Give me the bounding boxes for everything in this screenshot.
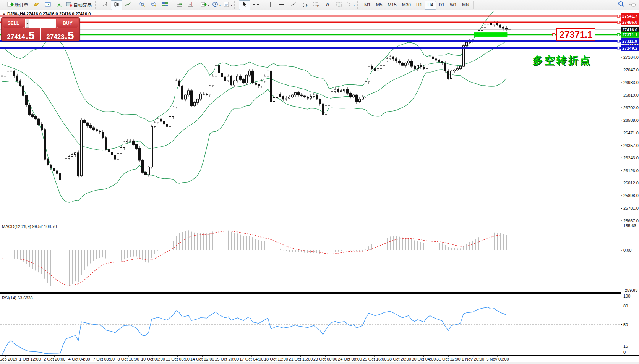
autotrading-button[interactable]: 自动交易 [65,0,94,10]
timeframe-h4-button[interactable]: H4 [425,1,436,10]
tile-windows-button[interactable] [159,0,171,10]
chart-window-icon [44,1,51,9]
indicators-button[interactable]: ▾ [199,0,211,10]
zoom-in-button[interactable] [136,0,148,10]
toolbar-gold-button[interactable] [31,0,42,10]
toolbar-grip [2,1,5,9]
timeframe-m15-button[interactable]: M15 [385,1,399,10]
timeframe-h1-button[interactable]: H1 [414,1,425,10]
time-axis-label: 14 Oct 12:00 [190,357,214,361]
time-axis-label: 23 Oct 00:00 [313,357,337,361]
zoom-out-button[interactable] [148,0,159,10]
buy-price-pips: .5 [65,31,74,40]
fibonacci-button[interactable]: F [310,0,322,10]
timeframe-label: D1 [439,2,444,8]
time-axis-label: 24 Oct 08:00 [338,357,362,361]
channel-icon: E [301,1,308,9]
dropdown-caret-icon: ▾ [353,3,355,7]
timeframe-m30-button[interactable]: M30 [399,1,414,10]
time-axis-label: 10 Oct 00:00 [141,357,165,361]
arrows-icon [346,1,353,9]
timeframe-w1-button[interactable]: W1 [447,1,459,10]
time-axis-label: 7 Oct 08:00 [93,357,115,361]
svg-text:E: E [306,5,308,8]
trendline-icon [290,1,297,9]
time-axis-label: 30 Sep 2019 [0,357,17,361]
svg-text:27541.7: 27541.7 [622,14,637,18]
templates-button[interactable]: ▾ [222,0,234,10]
crosshair-icon [253,1,259,9]
timeframe-m5-button[interactable]: M5 [373,1,385,10]
candlestick-chart-button[interactable] [111,0,122,10]
clock-icon [212,1,219,9]
tile-windows-icon [162,1,169,9]
symbol-info-bar: ▲ DJ30-,H4 27416.0 27416.0 27416.0 27416… [2,11,91,16]
crosshair-button[interactable] [250,0,262,10]
signals-button[interactable] [54,0,65,10]
new-chart-button[interactable] [42,0,54,10]
dropdown-caret-icon: ▾ [230,3,232,7]
autotrading-icon [66,1,73,9]
price-badge: 27541.7 [621,13,639,19]
bar-chart-button[interactable] [99,0,111,10]
periods-button[interactable]: ▾ [211,0,222,10]
trendline-button[interactable] [287,0,299,10]
signal-broadcast-icon [56,1,63,9]
svg-text:27249.2: 27249.2 [622,46,637,50]
time-axis-label: 28 Oct 20:00 [387,357,411,361]
buy-price[interactable]: 27423 .5 [40,28,79,40]
window-bottom-strip [0,362,639,364]
time-axis-label: 2 Oct 20:00 [44,357,65,361]
cursor-button[interactable] [239,0,250,10]
line-anchor-marker [617,21,620,23]
svg-text:26357.0: 26357.0 [623,143,639,148]
chat-button[interactable] [627,0,638,10]
svg-text:27311.9: 27311.9 [622,39,637,44]
line-chart-icon [125,1,131,9]
svg-text:15: 15 [623,344,628,348]
time-axis-label: 4 Oct 04:00 [68,357,90,361]
line-chart-button[interactable] [122,0,134,10]
symbol-ohlc-text: DJ30-,H4 27416.0 27416.0 27416.0 27416.0 [7,11,91,16]
arrows-button[interactable]: ▾ [345,0,356,10]
cursor-arrow-icon [241,1,248,9]
horizontal-line-button[interactable] [276,0,287,10]
buy-button-label: BUY [63,21,72,26]
timeframe-m1-button[interactable]: M1 [362,1,373,10]
sell-price[interactable]: 27414 .5 [2,28,40,40]
toolbar-separator [135,1,135,9]
chart-canvas[interactable]: 27509.027278.027164.027047.026933.026819… [0,0,639,364]
search-button[interactable] [615,0,627,10]
indicators-icon [200,1,207,9]
text-button[interactable]: A [322,0,333,10]
new-order-button[interactable]: 新订单 [6,0,31,10]
sell-button[interactable]: SELL [3,19,24,28]
vertical-line-button[interactable] [264,0,276,10]
price-badge: 27371.1 [621,32,639,38]
horizontal-line-icon [278,1,285,9]
time-axis-label: 18 Oct 12:00 [264,357,288,361]
equidistant-channel-button[interactable]: E [299,0,310,10]
timeframe-mn-button[interactable]: MN [459,1,472,10]
highlight-zone [474,32,507,37]
timeframe-label: M5 [376,2,383,8]
volume-input[interactable] [29,19,56,28]
gold-ingot-icon [33,1,40,9]
chart-shift-button[interactable] [185,0,196,10]
svg-text:0: 0 [623,350,626,354]
text-label-button[interactable]: T [333,0,345,10]
cn-annotation-text[interactable]: 多空转折点 [532,55,592,66]
timeframe-label: M30 [402,2,411,8]
svg-text:100: 100 [623,294,630,298]
svg-text:27047.0: 27047.0 [623,68,639,72]
svg-text:26819.0: 26819.0 [623,93,639,97]
svg-text:26012.0: 26012.0 [623,181,639,185]
price-axis[interactable] [621,11,639,362]
price-callout-box[interactable]: 27371.1 [557,29,595,40]
auto-scroll-button[interactable] [174,0,185,10]
timeframe-d1-button[interactable]: D1 [436,1,447,10]
svg-text:27416.0: 27416.0 [622,28,637,32]
buy-button[interactable]: BUY [57,19,78,28]
volume-decrease-button[interactable]: ▼ [26,19,29,28]
new-order-icon [7,1,14,9]
